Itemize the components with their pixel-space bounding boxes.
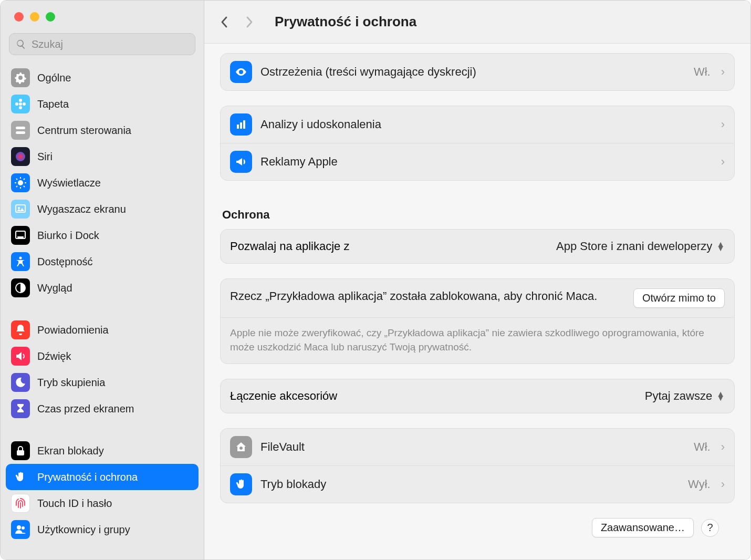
sidebar-item-users[interactable]: Użytkownicy i grupy xyxy=(6,516,199,543)
updown-icon: ▲▼ xyxy=(716,392,725,400)
dock-icon xyxy=(11,226,30,245)
header: Prywatność i ochrona xyxy=(204,1,750,44)
bell-icon xyxy=(11,320,30,339)
group-privacy-top: Ostrzeżenia (treści wymagające dyskrecji… xyxy=(220,53,735,91)
chart-icon xyxy=(230,113,252,136)
sidebar-item-general[interactable]: Ogólne xyxy=(6,65,199,91)
flower-icon xyxy=(11,95,30,113)
chevron-right-icon: › xyxy=(721,65,725,79)
sidebar-item-label: Wyświetlacze xyxy=(37,177,101,189)
accessories-label: Łączenie akcesoriów xyxy=(230,389,645,403)
hourglass-icon xyxy=(11,399,30,418)
sidebar-item-screensaver[interactable]: Wygaszacz ekranu xyxy=(6,196,199,222)
svg-point-28 xyxy=(22,526,25,530)
lock-icon xyxy=(11,441,30,460)
sidebar-item-label: Tapeta xyxy=(37,98,69,110)
sidebar-item-siri[interactable]: Siri xyxy=(6,143,199,170)
sidebar-item-control[interactable]: Centrum sterowania xyxy=(6,117,199,143)
sidebar-item-label: Powiadomienia xyxy=(37,324,109,336)
gear-icon xyxy=(11,68,30,87)
blocked-app-description: Apple nie może zweryfikować, czy „Przykł… xyxy=(221,317,734,364)
svg-line-15 xyxy=(24,179,25,180)
group-analytics-ads: Analizy i udoskonalenia›Reklamy Apple› xyxy=(220,106,735,181)
sidebar-item-notif[interactable]: Powiadomienia xyxy=(6,317,199,343)
sidebar-item-label: Wygląd xyxy=(37,282,72,294)
svg-point-0 xyxy=(19,102,22,106)
sidebar-item-dock[interactable]: Biurko i Dock xyxy=(6,222,199,248)
svg-point-7 xyxy=(16,152,25,161)
sound-icon xyxy=(11,347,30,366)
sidebar-item-label: Siri xyxy=(37,151,53,163)
accessories-row[interactable]: Łączenie akcesoriów Pytaj zawsze ▲▼ xyxy=(221,379,734,413)
privacy-row-ads[interactable]: Reklamy Apple› xyxy=(221,143,734,180)
window-controls xyxy=(1,1,204,29)
chevron-right-icon: › xyxy=(721,440,725,454)
security-row-filevault[interactable]: FileVaultWł.› xyxy=(221,429,734,465)
svg-point-25 xyxy=(20,453,21,454)
allow-apps-value: App Store i znani deweloperzy xyxy=(556,240,712,253)
chevron-right-icon xyxy=(245,16,254,28)
sidebar-item-focus[interactable]: Tryb skupienia xyxy=(6,369,199,396)
svg-point-27 xyxy=(17,525,21,530)
row-status: Wł. xyxy=(694,65,711,79)
sidebar-item-access[interactable]: Dostępność xyxy=(6,248,199,275)
row-label: Analizy i udoskonalenia xyxy=(260,118,713,131)
svg-line-16 xyxy=(16,186,17,187)
help-button[interactable]: ? xyxy=(701,519,719,537)
svg-point-8 xyxy=(18,180,23,185)
svg-rect-32 xyxy=(243,120,245,129)
sidebar-item-label: Ogólne xyxy=(37,72,71,84)
search-input[interactable]: Szukaj xyxy=(9,33,195,55)
switches-icon xyxy=(11,121,30,140)
privacy-row-analytics[interactable]: Analizy i udoskonalenia› xyxy=(221,106,734,143)
open-anyway-button[interactable]: Otwórz mimo to xyxy=(633,288,725,308)
sidebar-item-privacy[interactable]: Prywatność i ochrona xyxy=(6,464,199,490)
allow-apps-row[interactable]: Pozwalaj na aplikacje z App Store i znan… xyxy=(221,230,734,263)
finger-icon xyxy=(11,494,30,513)
row-label: Ostrzeżenia (treści wymagające dyskrecji… xyxy=(260,65,685,79)
minimize-window-button[interactable] xyxy=(30,12,39,22)
sidebar-item-label: Dostępność xyxy=(37,256,93,268)
footer: Zaawansowane… ? xyxy=(220,518,735,549)
svg-point-3 xyxy=(15,102,18,106)
svg-point-4 xyxy=(23,102,26,106)
sidebar-item-screentime[interactable]: Czas przed ekranem xyxy=(6,396,199,422)
svg-rect-6 xyxy=(16,131,25,134)
sidebar-item-sound[interactable]: Dźwięk xyxy=(6,343,199,369)
users-icon xyxy=(11,520,30,539)
blocked-app-row: Rzecz „Przykładowa aplikacja” została za… xyxy=(221,279,734,317)
back-button[interactable] xyxy=(217,16,232,28)
blocked-app-text: Rzecz „Przykładowa aplikacja” została za… xyxy=(230,288,624,304)
close-window-button[interactable] xyxy=(14,12,24,22)
search-placeholder: Szukaj xyxy=(32,38,63,50)
sidebar-item-lockscreen[interactable]: Ekran blokady xyxy=(6,438,199,464)
house-icon xyxy=(230,436,252,458)
svg-point-29 xyxy=(240,71,242,73)
security-row-lockdown[interactable]: Tryb blokadyWył.› xyxy=(221,465,734,503)
svg-line-13 xyxy=(16,179,17,180)
forward-button[interactable] xyxy=(242,16,257,28)
siri-icon xyxy=(11,147,30,166)
row-label: Reklamy Apple xyxy=(260,155,713,169)
search-icon xyxy=(16,39,26,49)
hand-icon xyxy=(11,468,30,486)
sidebar-item-appearance[interactable]: Wygląd xyxy=(6,275,199,301)
sidebar-item-wallpaper[interactable]: Tapeta xyxy=(6,91,199,117)
sidebar-item-label: Wygaszacz ekranu xyxy=(37,203,126,215)
sidebar-item-label: Tryb skupienia xyxy=(37,377,105,389)
zoom-window-button[interactable] xyxy=(46,12,55,22)
svg-point-18 xyxy=(18,207,20,209)
sidebar-item-touchid[interactable]: Touch ID i hasło xyxy=(6,490,199,516)
sidebar-item-display[interactable]: Wyświetlacze xyxy=(6,170,199,196)
group-blocked-app: Rzecz „Przykładowa aplikacja” została za… xyxy=(220,278,735,364)
svg-rect-31 xyxy=(240,122,242,129)
settings-window: Szukaj OgólneTapetaCentrum sterowaniaSir… xyxy=(0,0,751,560)
advanced-button[interactable]: Zaawansowane… xyxy=(592,518,694,537)
group-filevault-lockdown: FileVaultWł.›Tryb blokadyWył.› xyxy=(220,428,735,503)
chevron-left-icon xyxy=(220,16,228,28)
svg-line-14 xyxy=(24,186,25,187)
svg-point-1 xyxy=(19,99,22,102)
privacy-row-sensitive[interactable]: Ostrzeżenia (treści wymagające dyskrecji… xyxy=(221,54,734,90)
row-label: Tryb blokady xyxy=(260,478,680,491)
appear-icon xyxy=(11,278,30,297)
